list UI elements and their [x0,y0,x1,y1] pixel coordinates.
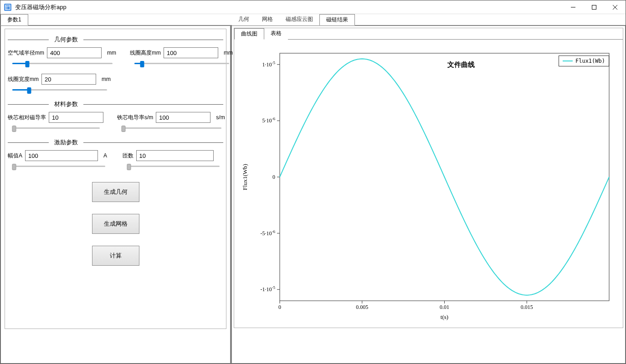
generate-geometry-button[interactable]: 生成几何 [92,182,139,202]
tab-params1[interactable]: 参数1 [0,14,28,25]
param-core-cond: 铁芯电导率s/m s/m [117,112,225,131]
param-core-perm: 铁芯相对磁导率 [8,112,103,131]
app-icon [4,4,11,11]
param-coil-height: 线圈高度mm mm [130,47,233,66]
amplitude-unit: A [103,152,107,159]
coil-width-input[interactable] [41,74,96,85]
svg-text:0: 0 [272,174,275,180]
tab-flux-result[interactable]: 磁链结果 [319,14,355,25]
turns-input[interactable] [136,150,214,161]
minimize-button[interactable] [563,0,584,14]
coil-height-input[interactable] [164,47,218,58]
param-turns: 匝数 [123,150,224,169]
svg-text:文件曲线: 文件曲线 [447,61,475,68]
coil-height-slider[interactable] [134,60,229,66]
svg-text:t(s): t(s) [441,313,448,320]
air-radius-label: 空气域半径mm [8,49,44,57]
svg-rect-4 [592,5,596,9]
svg-text:-1·10-5: -1·10-5 [261,285,276,293]
core-perm-slider[interactable] [12,125,100,131]
right-panel: 曲线图 表格 -1·10-5-5·10-605·10-61·10-500.005… [232,25,626,364]
chart-area: -1·10-5-5·10-605·10-61·10-500.0050.010.0… [234,40,623,328]
legend-label: Flux1(Wb) [575,58,605,64]
titlebar: 变压器磁场分析app [0,0,626,14]
svg-text:0.01: 0.01 [440,304,449,310]
air-radius-input[interactable] [47,47,102,58]
section-geom-header: 几何参数 [8,35,223,44]
compute-button[interactable]: 计算 [92,246,139,266]
amplitude-slider[interactable] [12,163,105,169]
window-controls [563,0,626,14]
coil-width-slider[interactable] [12,86,107,93]
param-air-radius: 空气域半径mm mm [8,47,116,66]
content-area: 几何参数 空气域半径mm mm [0,25,626,364]
air-radius-slider[interactable] [12,60,113,66]
svg-text:0.005: 0.005 [356,304,368,310]
core-cond-unit: s/m [216,114,225,121]
sub-tab-table[interactable]: 表格 [264,28,288,40]
svg-text:0: 0 [278,304,281,310]
window-title: 变压器磁场分析app [15,3,563,11]
turns-slider[interactable] [127,163,220,169]
flux-chart: -1·10-5-5·10-605·10-61·10-500.0050.010.0… [239,44,618,324]
coil-height-unit: mm [224,50,233,56]
generate-mesh-button[interactable]: 生成网格 [92,214,139,234]
svg-text:Flux1(Wb): Flux1(Wb) [241,164,248,190]
svg-text:0.015: 0.015 [521,304,533,310]
core-cond-slider[interactable] [122,125,221,131]
svg-text:1·10-5: 1·10-5 [262,61,276,68]
param-amplitude: 幅值A A [8,150,109,169]
coil-height-label: 线圈高度mm [130,49,161,57]
tab-geometry[interactable]: 几何 [232,14,256,25]
coil-width-unit: mm [102,76,111,82]
coil-width-label: 线圈宽度mm [8,76,39,83]
chart-legend: Flux1(Wb) [559,56,609,66]
close-button[interactable] [605,0,626,14]
left-panel: 几何参数 空气域半径mm mm [0,25,232,364]
air-radius-unit: mm [107,50,116,56]
core-cond-input[interactable] [156,112,210,123]
param-coil-width: 线圈宽度mm mm [8,74,111,93]
section-material-header: 材料参数 [8,100,223,108]
sub-tab-curve[interactable]: 曲线图 [234,28,264,40]
core-perm-label: 铁芯相对磁导率 [8,114,46,121]
amplitude-input[interactable] [25,150,98,161]
maximize-button[interactable] [584,0,605,14]
svg-text:-5·10-6: -5·10-6 [261,229,276,237]
svg-rect-0 [5,5,10,10]
core-perm-input[interactable] [49,112,103,123]
result-sub-tabs: 曲线图 表格 [234,28,623,40]
amplitude-label: 幅值A [8,152,22,160]
tab-mesh[interactable]: 网格 [256,14,279,25]
app-window: 变压器磁场分析app 参数1 几何 网格 磁感应云图 磁链结果 几何参数 [0,0,626,364]
svg-text:5·10-6: 5·10-6 [262,116,276,124]
core-cond-label: 铁芯电导率s/m [117,114,153,121]
legend-line-icon [563,61,573,61]
tab-cloudmap[interactable]: 磁感应云图 [279,14,319,25]
main-tab-row: 参数1 几何 网格 磁感应云图 磁链结果 [0,14,626,25]
turns-label: 匝数 [123,152,133,160]
section-excite-header: 激励参数 [8,138,223,147]
